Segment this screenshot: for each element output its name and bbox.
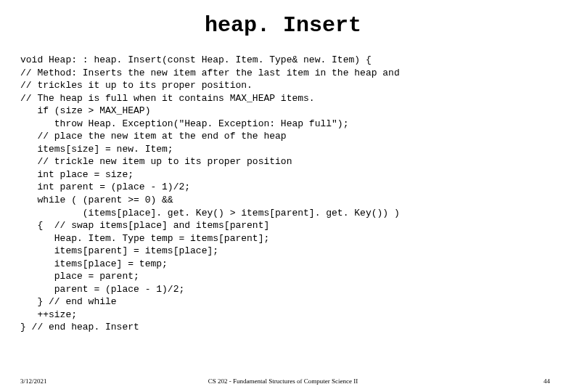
- code-block: void Heap: : heap. Insert(const Heap. It…: [20, 54, 566, 334]
- slide-title: heap. Insert: [0, 13, 566, 38]
- footer-course: CS 202 - Fundamental Structures of Compu…: [0, 377, 566, 385]
- footer-page-number: 44: [544, 377, 550, 385]
